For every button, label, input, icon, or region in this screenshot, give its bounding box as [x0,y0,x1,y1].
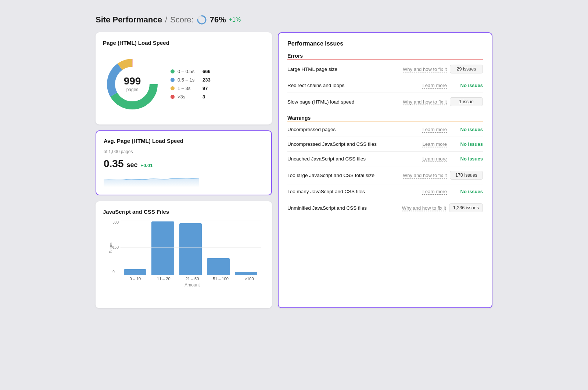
legend-dot [171,86,175,90]
score-separator: / [165,15,167,25]
donut-center: 999 pages [124,76,141,92]
issue-link[interactable]: Learn more [395,156,447,162]
donut-label: pages [124,87,141,92]
y-label-0: 0 [112,270,119,274]
issue-link[interactable]: Why and how to fix it [395,66,447,72]
legend-item: 0 – 0.5s 666 [171,69,211,74]
legend-range: 0 – 0.5s [178,69,200,74]
legend-dot [171,95,175,99]
legend-count: 3 [202,94,205,100]
performance-issues-panel: Performance Issues Errors Large HTML pag… [278,32,492,308]
issue-link[interactable]: Learn more [395,127,447,132]
issue-row: Unminified JavaScript and CSS files Why … [287,199,483,217]
bar-chart-container: Pages 300 150 0 [103,220,265,301]
bar [207,258,229,275]
issue-name: Slow page (HTML) load speed [287,99,392,105]
issue-badge: 1,236 issues [449,203,483,212]
issue-link[interactable]: Why and how to fix it [395,205,446,211]
score-label: Score: [170,15,194,25]
bar [235,272,257,275]
avg-unit: sec [127,161,138,169]
issue-name: Large HTML page size [287,66,392,72]
no-issues: No issues [450,156,483,162]
x-label: 11 – 20 [152,277,176,281]
issue-row: Uncached JavaScript and CSS files Learn … [287,152,483,166]
avg-delta: +0.01 [141,163,153,168]
load-speed-title: Page (HTML) Load Speed [103,40,265,46]
legend-item: 1 – 3s 97 [171,86,211,91]
donut-section: 999 pages 0 – 0.5s 666 0.5 – 1s 233 1 – … [103,51,265,117]
avg-speed-subtitle: of 1,000 pages [104,149,264,154]
errors-list: Large HTML page size Why and how to fix … [287,60,483,111]
legend-dot [171,69,175,73]
legend-range: >3s [178,94,200,100]
legend-item: >3s 3 [171,94,211,100]
issue-name: Uncompressed JavaScript and CSS files [287,141,392,147]
issue-link[interactable]: Why and how to fix it [395,99,447,105]
legend-count: 97 [202,86,208,91]
x-axis-title: Amount [103,282,265,288]
avg-speed-card: Avg. Page (HTML) Load Speed of 1,000 pag… [96,130,272,195]
issue-row: Uncompressed JavaScript and CSS files Le… [287,137,483,152]
section-gap [287,111,483,115]
score-circle-icon [197,15,207,25]
content-grid: Page (HTML) Load Speed [96,32,492,308]
legend-item: 0.5 – 1s 233 [171,77,211,83]
issue-row: Uncompressed pages Learn more No issues [287,122,483,137]
x-label: >100 [237,277,261,281]
issue-name: Unminified JavaScript and CSS files [287,205,392,211]
page-title: Site Performance [96,15,162,25]
left-column: Page (HTML) Load Speed [96,32,272,308]
issue-link[interactable]: Learn more [395,83,447,88]
issue-name: Redirect chains and loops [287,83,392,88]
avg-value-row: 0.35 sec +0.01 [104,158,264,170]
load-speed-card: Page (HTML) Load Speed [96,32,272,124]
y-axis-labels: 300 150 0 [112,220,119,275]
y-label-300: 300 [112,221,119,224]
legend-range: 1 – 3s [178,86,200,91]
bar [124,269,146,275]
issue-name: Too many JavaScript and CSS files [287,189,392,194]
issue-link[interactable]: Learn more [395,141,447,147]
warnings-list: Uncompressed pages Learn more No issues … [287,122,483,217]
x-labels: 0 – 1011 – 2021 – 5051 – 100>100 [103,275,265,281]
grid-line-top [120,220,261,220]
issue-row: Too large JavaScript and CSS total size … [287,166,483,184]
legend-count: 233 [202,77,211,83]
issue-name: Uncached JavaScript and CSS files [287,156,392,162]
issue-name: Uncompressed pages [287,127,392,132]
issue-badge: 170 issues [450,171,483,180]
issues-title: Performance Issues [287,40,483,47]
main-container: Site Performance / Score: 76% +1% Page (… [88,7,500,315]
x-label: 51 – 100 [209,277,233,281]
no-issues: No issues [450,83,483,88]
avg-speed-title: Avg. Page (HTML) Load Speed [104,138,264,144]
no-issues: No issues [450,189,483,194]
issue-row: Large HTML page size Why and how to fix … [287,60,483,78]
legend-dot [171,78,175,82]
grid-line-mid [120,248,261,248]
y-label-150: 150 [112,246,119,249]
score-delta: +1% [229,17,241,23]
bar [151,221,174,275]
issue-link[interactable]: Why and how to fix it [395,173,447,178]
issue-row: Slow page (HTML) load speed Why and how … [287,93,483,111]
bar [179,223,202,275]
x-label: 21 – 50 [180,277,204,281]
no-issues: No issues [450,127,483,132]
no-issues: No issues [450,141,483,147]
errors-label: Errors [287,53,483,59]
issue-link[interactable]: Learn more [395,189,447,194]
page-header: Site Performance / Score: 76% +1% [96,15,492,25]
avg-value: 0.35 [104,158,124,170]
sparkline [104,173,264,188]
issue-row: Redirect chains and loops Learn more No … [287,78,483,93]
issue-name: Too large JavaScript and CSS total size [287,173,392,178]
legend-count: 666 [202,69,211,74]
js-css-card: JavaScript and CSS Files Pages 300 150 0 [96,201,272,308]
sparkline-svg [104,173,199,187]
bar-chart-inner: Pages 300 150 0 [120,220,261,275]
y-axis-title: Pages [108,242,113,253]
legend-range: 0.5 – 1s [178,77,200,83]
js-css-title: JavaScript and CSS Files [103,209,265,215]
